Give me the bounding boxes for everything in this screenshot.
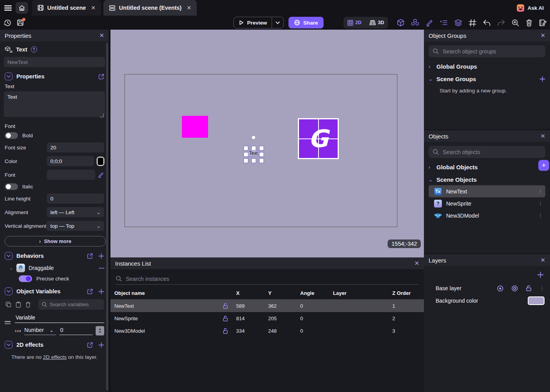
object-name-input[interactable]: [4, 57, 105, 67]
instances-list-icon[interactable]: [440, 20, 448, 26]
unlock-icon[interactable]: [223, 303, 232, 309]
instance-row-newsprite[interactable]: NewSprite 814 205 0 2: [110, 312, 424, 325]
vertical-alignment-select[interactable]: top — Top ⌄: [47, 221, 104, 231]
variable-name-input[interactable]: Variable: [15, 314, 104, 323]
behaviors-collapse-button[interactable]: [5, 252, 12, 260]
properties-section-collapse-button[interactable]: [5, 73, 12, 80]
instance-row-new3dmodel[interactable]: New3DModel 334 248 0 3: [110, 325, 424, 337]
column-x[interactable]: X: [232, 290, 264, 296]
search-variables-input[interactable]: Search variables: [38, 299, 104, 310]
objects-close-icon[interactable]: ✕: [540, 133, 545, 140]
column-angle[interactable]: Angle: [296, 290, 329, 296]
layer-menu-icon[interactable]: ⋮: [539, 286, 545, 291]
bold-toggle[interactable]: [5, 132, 18, 139]
search-object-groups-input[interactable]: Search object groups: [429, 45, 545, 57]
share-button[interactable]: Share: [288, 17, 324, 28]
italic-toggle[interactable]: [5, 183, 18, 190]
font-size-input[interactable]: [47, 142, 104, 153]
text-content-textarea[interactable]: Text: [4, 91, 105, 117]
precise-check-toggle[interactable]: [19, 275, 32, 282]
tab-scene[interactable]: Untitled scene ✕: [32, 0, 101, 16]
visibility-icon[interactable]: [511, 285, 518, 292]
prefabs-icon[interactable]: [411, 19, 419, 27]
preview-button[interactable]: Preview: [233, 17, 284, 28]
font-edit-icon[interactable]: [98, 172, 104, 178]
effects-link[interactable]: 2D effects: [43, 354, 67, 360]
object-item-new3dmodel[interactable]: New3DModel ⋮: [429, 209, 545, 222]
history-icon[interactable]: [4, 19, 11, 27]
help-icon[interactable]: ?: [31, 46, 37, 53]
rename-icon[interactable]: [539, 19, 547, 27]
open-in-window-icon[interactable]: [87, 253, 93, 259]
preview-options-button[interactable]: [272, 21, 283, 24]
value-stepper[interactable]: ▲▼: [96, 326, 104, 335]
object-menu-icon[interactable]: ⋮: [538, 213, 543, 218]
color-input[interactable]: [47, 156, 94, 166]
instances-close-icon[interactable]: ✕: [414, 260, 419, 267]
object-item-newsprite[interactable]: ? NewSprite ⋮: [429, 197, 545, 209]
menu-icon[interactable]: [0, 0, 16, 16]
variable-type-select[interactable]: Number ⌄: [24, 327, 56, 335]
redo-icon[interactable]: [497, 20, 505, 26]
tab-events-close-icon[interactable]: ✕: [187, 5, 191, 11]
resize-handle-e[interactable]: [259, 152, 264, 157]
save-icon[interactable]: [17, 19, 24, 26]
object-item-newtext[interactable]: Tx NewText ⋮: [429, 185, 545, 197]
add-layer-icon[interactable]: [537, 271, 544, 278]
chevron-down-icon[interactable]: ⌄: [9, 266, 13, 271]
column-object-name[interactable]: Object name: [110, 290, 219, 296]
home-button[interactable]: [16, 2, 28, 14]
alignment-select[interactable]: left — Left ⌄: [47, 207, 104, 217]
layer-row-base[interactable]: Base layer ⋮: [429, 282, 545, 294]
add-behavior-icon[interactable]: [98, 253, 104, 259]
object-variables-collapse-button[interactable]: [5, 287, 12, 295]
global-objects-header[interactable]: › Global Objects: [429, 164, 545, 170]
column-layer[interactable]: Layer: [329, 290, 388, 296]
scene-objects-header[interactable]: ⌄ Scene Objects: [429, 176, 545, 183]
mode-3d-button[interactable]: 3D: [365, 17, 388, 28]
effects-collapse-button[interactable]: [5, 341, 12, 349]
trash-icon[interactable]: [25, 302, 31, 308]
layers-icon[interactable]: [454, 19, 462, 27]
grid-icon[interactable]: [469, 19, 476, 27]
object-groups-close-icon[interactable]: ✕: [540, 32, 545, 39]
layer-row-background[interactable]: Background color: [429, 294, 545, 307]
undo-icon[interactable]: [483, 20, 491, 26]
column-z-order[interactable]: Z Order: [388, 290, 424, 296]
open-in-window-icon[interactable]: [87, 342, 93, 348]
new3dmodel-instance[interactable]: [182, 116, 208, 138]
add-object-button[interactable]: +: [538, 160, 549, 171]
resize-handle-sw[interactable]: [244, 158, 248, 163]
line-height-input[interactable]: [47, 193, 104, 204]
resize-handle-s[interactable]: [251, 158, 256, 163]
show-more-button[interactable]: › Show more: [5, 236, 106, 247]
unlock-icon[interactable]: [526, 285, 532, 291]
global-groups-header[interactable]: › Global Groups: [429, 63, 545, 70]
search-objects-input[interactable]: Search objects: [429, 146, 545, 158]
object-cube-icon[interactable]: [397, 19, 404, 27]
variable-row[interactable]: Variable 123 Number ⌄ 0 ▲▼: [5, 314, 104, 335]
object-menu-icon[interactable]: ⋮: [538, 200, 543, 206]
properties-close-icon[interactable]: ✕: [99, 32, 104, 39]
paste-icon[interactable]: [16, 302, 21, 308]
add-effect-icon[interactable]: [98, 342, 104, 348]
copy-icon[interactable]: [5, 302, 11, 307]
properties-scrollbar[interactable]: [106, 43, 108, 390]
mode-2d-button[interactable]: 2D: [344, 17, 365, 28]
column-y[interactable]: Y: [264, 290, 296, 296]
newsprite-instance[interactable]: G: [298, 118, 339, 159]
resize-handle-ne[interactable]: [259, 146, 264, 151]
open-in-window-icon[interactable]: [87, 289, 93, 294]
font-input[interactable]: [47, 170, 95, 180]
object-menu-icon[interactable]: ⋮: [538, 188, 543, 194]
rotation-handle[interactable]: [251, 135, 256, 140]
camera-preview-icon[interactable]: [497, 285, 504, 292]
layers-close-icon[interactable]: ✕: [540, 257, 545, 264]
ask-ai-button[interactable]: Ask AI: [517, 4, 544, 12]
unlock-icon[interactable]: [223, 316, 232, 321]
scene-groups-header[interactable]: ⌄ Scene Groups: [429, 76, 545, 82]
add-group-icon[interactable]: [539, 76, 545, 82]
unlock-icon[interactable]: [223, 328, 232, 334]
tab-events[interactable]: Untitled scene (Events) ✕: [103, 0, 197, 16]
drag-handle-icon[interactable]: [5, 314, 11, 335]
